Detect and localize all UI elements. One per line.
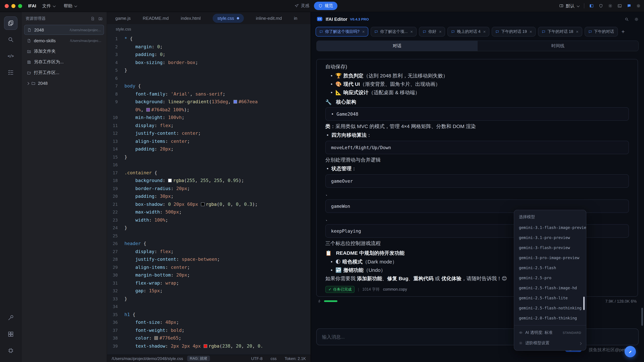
model-option[interactable]: gemini-2.5-flash [514, 263, 586, 273]
copy-template-label[interactable]: common.copy [383, 287, 407, 292]
editor-tab-inline-edit.md[interactable]: inline-edit.md [256, 16, 282, 21]
chat-tab[interactable]: 晚上的对话 4× [448, 27, 489, 36]
line-number: 15 [107, 153, 124, 161]
chat-message-area[interactable]: 自动保存)🏆胜负判定（达到 2048 胜利，无法移动则失败）🎨现代 UI（渐变背… [311, 54, 644, 327]
inspiration-button[interactable]: 灵感 [294, 3, 309, 9]
code-editor[interactable]: 1* {2 margin: 0;3 padding: 0;4 box-sizin… [107, 33, 310, 355]
sidebar-item-2048[interactable]: 2048/Users/mac/projec... [24, 25, 104, 35]
chat-tab-label: 下午的对话 [594, 29, 614, 34]
char-count: 1014 字符 [362, 287, 380, 292]
chat-tab[interactable]: 下午的对话 [584, 27, 618, 36]
editor-tab-game.js[interactable]: game.js [116, 16, 131, 21]
chat-tab[interactable]: 下午的对话 18× [538, 27, 582, 36]
close-window-button[interactable] [5, 4, 9, 8]
model-option[interactable]: gemini-3.1-pro-preview [514, 233, 586, 243]
terminal-icon[interactable] [618, 4, 622, 8]
dropdown-scrollbar-thumb[interactable] [583, 297, 585, 310]
model-option[interactable]: gemini-3.1-flash-image-preview [514, 223, 586, 233]
settings-icon[interactable] [608, 4, 612, 8]
line-number: 36 [107, 319, 124, 326]
model-option[interactable]: gemini-2.5-pro [514, 273, 586, 283]
chat-tab[interactable]: 你了解这个项目吗?× [316, 27, 368, 36]
theme-icon[interactable] [636, 4, 641, 8]
message-paragraph: 状态管理： [325, 165, 629, 172]
ai-transparency-option[interactable]: AI 透明度: 标准 STANDARD [514, 328, 586, 338]
sidebar-item-添加文件夹[interactable]: 添加文件夹 [24, 46, 104, 56]
editor-tab-style.css[interactable]: style.css [213, 14, 244, 23]
bullet-item: 📐响应式设计（适配桌面 & 移动端） [331, 88, 629, 96]
activity-item-tools[interactable] [4, 311, 17, 325]
activity-item-search[interactable] [4, 33, 17, 46]
layout-default-dropdown[interactable]: 默认 [559, 3, 579, 9]
sidebar-item-另存工作区为...[interactable]: 另存工作区为... [24, 57, 104, 67]
activity-item-code[interactable]: </> [4, 49, 17, 63]
activity-item-files[interactable] [4, 16, 17, 30]
spec-button[interactable]: 规范 [314, 2, 338, 10]
chat-scrollbar-thumb[interactable] [641, 308, 643, 326]
line-number: 17 [107, 169, 124, 177]
color-swatch [146, 108, 150, 111]
sidebar-item-打开工作区...[interactable]: 打开工作区... [24, 68, 104, 78]
editor-tab-README.md[interactable]: README.md [143, 16, 169, 21]
line-number: 38 [107, 334, 124, 342]
floating-action-button[interactable] [624, 346, 636, 357]
theme-sun-icon[interactable] [634, 17, 639, 21]
close-icon[interactable]: × [439, 29, 442, 34]
new-folder-icon[interactable] [98, 16, 103, 21]
chat-tab[interactable]: 你了解这个项...× [371, 27, 416, 36]
new-chat-button[interactable]: + [621, 28, 625, 35]
menu-item-帮助[interactable]: 帮助 [60, 1, 80, 10]
message-code-block: moveLeft/Right/Up/Down [325, 141, 629, 154]
view-tab-对话[interactable]: 对话 [317, 41, 478, 51]
model-option[interactable]: gemini-3-flash-preview [514, 243, 586, 253]
close-icon[interactable]: × [362, 29, 364, 34]
search-icon[interactable] [624, 17, 629, 21]
model-option[interactable]: gemini-2.0-flash-thinking [514, 313, 586, 323]
code-line-text: } [124, 66, 127, 74]
chat-tab[interactable]: 你好× [419, 27, 445, 36]
app-menu[interactable]: IFAI [28, 3, 36, 8]
activity-item-devices[interactable] [4, 344, 17, 357]
model-option[interactable]: gemini-2.5-flash-image-hd [514, 283, 586, 293]
minimize-window-button[interactable] [12, 4, 16, 8]
code-line: 8 font-family: 'Arial', sans-serif; [107, 90, 310, 98]
menu-item-文件[interactable]: 文件 [39, 1, 58, 10]
code-line: 9 background: linear-gradient(135deg, #6… [107, 98, 310, 106]
breadcrumb[interactable]: style.css [107, 25, 310, 33]
window-controls[interactable] [0, 4, 26, 8]
assistant-header: IfAI Editor V0.4.3 PRO [311, 12, 644, 26]
code-line-text: 0%, #764ba2 100%); [124, 106, 190, 114]
line-number: 8 [107, 90, 124, 98]
close-icon[interactable]: × [576, 29, 578, 34]
editor-tab-index.html[interactable]: index.html [181, 16, 201, 21]
view-tab-时间线[interactable]: 时间线 [478, 41, 638, 51]
code-line: 3 padding: 0; [107, 51, 310, 58]
zoom-window-button[interactable] [18, 4, 22, 8]
chat-tab[interactable]: 下午的对话 19× [492, 27, 536, 36]
activity-item-extensions[interactable] [4, 328, 17, 341]
shield-icon[interactable] [599, 4, 603, 8]
heading-icon: 🔧 [325, 99, 332, 105]
model-option[interactable]: gemini-2.5-flash-nothinking [514, 303, 586, 313]
model-option[interactable]: gemini-2.5-flash-lite [514, 293, 586, 303]
code-line-text: display: flex; [124, 248, 174, 255]
chat-icon[interactable] [627, 4, 631, 8]
status-encoding[interactable]: UTF-8 [251, 356, 262, 361]
sidebar-item-demo-skills[interactable]: demo-skills/Users/mac/projec... [24, 35, 104, 45]
advanced-model-settings[interactable]: 进阶模型设置 [514, 338, 586, 348]
tree-item-2048[interactable]: 2048 [22, 78, 107, 88]
status-language[interactable]: css [270, 356, 276, 361]
editor: game.jsREADME.mdindex.htmlstyle.cssinlin… [107, 12, 310, 362]
editor-tab-in[interactable]: in [294, 16, 297, 21]
new-file-icon[interactable] [90, 16, 95, 21]
assistant-message: 自动保存)🏆胜负判定（达到 2048 胜利，无法移动则失败）🎨现代 UI（渐变背… [316, 59, 638, 297]
close-icon[interactable]: × [483, 29, 486, 34]
model-option[interactable]: gemini-3-pro-image-preview [514, 253, 586, 263]
close-icon[interactable]: × [530, 29, 532, 34]
close-icon[interactable]: × [410, 29, 413, 34]
bullet-rest-text: （Dark mode） [362, 259, 397, 265]
line-number: 9 [107, 98, 124, 106]
activity-item-tasks[interactable] [4, 66, 17, 79]
line-number: 20 [107, 192, 124, 200]
layout-toggle-icon[interactable] [589, 4, 594, 8]
